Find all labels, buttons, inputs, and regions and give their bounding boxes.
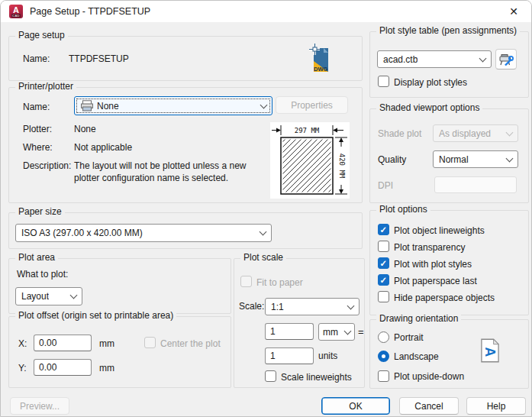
dwg-file-icon: DWG [308, 43, 333, 75]
plot-transparency-checkbox[interactable] [378, 241, 389, 252]
where-label: Where: [23, 142, 53, 153]
autocad-icon-sub: CAD [11, 14, 21, 18]
paper-size-select[interactable]: ISO A3 (297.00 x 420.00 MM) [15, 224, 272, 242]
scale-unit-value: mm [323, 327, 338, 338]
page-setup-group-title: Page setup [15, 30, 68, 40]
printer-name-label: Name: [23, 102, 50, 112]
shade-plot-value: As displayed [439, 128, 491, 139]
plot-upside-down-label: Plot upside-down [394, 371, 464, 382]
shaded-viewport-group: Shaded viewport options Shade plot As di… [369, 108, 529, 203]
printer-name-select[interactable]: None [74, 96, 272, 115]
close-icon[interactable]: ✕ [496, 1, 531, 22]
dpi-input [434, 176, 517, 193]
portrait-radio[interactable] [378, 331, 389, 343]
edit-plot-style-button[interactable] [495, 49, 517, 70]
plot-object-lineweights-checkbox[interactable] [378, 224, 389, 235]
paper-size-value: ISO A3 (297.00 x 420.00 MM) [21, 228, 143, 238]
plot-paperspace-last-checkbox[interactable] [378, 274, 389, 286]
plot-paperspace-last-label: Plot paperspace last [394, 276, 477, 286]
plot-scale-group-title: Plot scale [240, 252, 286, 263]
properties-button: Properties [276, 96, 348, 114]
offset-y-input[interactable] [34, 359, 92, 376]
plotter-label: Plotter: [23, 124, 52, 134]
offset-x-label: X: [18, 338, 27, 349]
description-value: The layout will not be plotted unless a … [74, 160, 269, 184]
paper-preview-graphic: 297 MM 420 MM [270, 122, 350, 199]
scale-paper-units-input[interactable] [265, 323, 314, 340]
preview-button-label: Preview... [20, 401, 60, 412]
printer-name-value: None [97, 101, 119, 112]
quality-select[interactable]: Normal [433, 150, 518, 168]
scale-value: 1:1 [271, 302, 284, 312]
window-title: Page Setup - TTPDFSETUP [30, 6, 150, 17]
plot-with-plot-styles-label: Plot with plot styles [394, 259, 472, 270]
offset-x-input[interactable] [34, 335, 92, 351]
scale-lineweights-checkbox[interactable] [265, 370, 276, 382]
landscape-radio[interactable] [378, 351, 389, 362]
fit-to-paper-checkbox [240, 276, 252, 287]
scale-drawing-units-input[interactable] [265, 348, 314, 364]
plot-area-group: Plot area What to plot: Layout [8, 258, 231, 314]
plot-style-group-title: Plot style table (pen assignments) [376, 25, 520, 36]
ok-button[interactable]: OK [321, 397, 390, 415]
properties-button-label: Properties [291, 100, 333, 111]
scale-select[interactable]: 1:1 [265, 298, 360, 315]
shaded-viewport-group-title: Shaded viewport options [376, 102, 482, 113]
what-to-plot-label: What to plot: [17, 269, 68, 280]
shade-plot-label: Shade plot [378, 128, 421, 139]
paper-size-group: Paper size ISO A3 (297.00 x 420.00 MM) [8, 212, 363, 249]
plot-object-lineweights-label: Plot object lineweights [394, 225, 485, 236]
quality-value: Normal [439, 154, 469, 165]
offset-y-label: Y: [18, 363, 27, 373]
plot-upside-down-checkbox[interactable] [378, 370, 389, 382]
offset-x-unit: mm [99, 338, 114, 349]
center-the-plot-label: Center the plot [160, 338, 221, 349]
quality-label: Quality [378, 154, 406, 165]
scale-unit-select[interactable]: mm [318, 323, 355, 341]
hide-paperspace-objects-checkbox[interactable] [378, 291, 389, 302]
paper-preview: 297 MM 420 MM [270, 122, 350, 199]
printer-plotter-group-title: Printer/plotter [15, 81, 76, 92]
help-button[interactable]: Help [466, 397, 526, 415]
help-button-label: Help [487, 401, 506, 412]
plot-offset-group: Plot offset (origin set to printable are… [8, 316, 231, 388]
plot-style-editor-icon [498, 52, 514, 67]
hide-paperspace-objects-label: Hide paperspace objects [394, 293, 495, 303]
chevron-down-icon [506, 154, 514, 162]
plot-options-group-title: Plot options [376, 204, 430, 215]
plot-with-plot-styles-checkbox[interactable] [378, 257, 389, 269]
plot-style-table-group: Plot style table (pen assignments) acad.… [369, 31, 529, 98]
what-to-plot-value: Layout [21, 291, 49, 302]
cancel-button-label: Cancel [414, 401, 443, 412]
equals-sign: = [358, 326, 364, 338]
display-plot-styles-checkbox[interactable] [378, 76, 389, 87]
plot-area-group-title: Plot area [15, 252, 58, 263]
chevron-down-icon [344, 327, 352, 335]
portrait-label: Portrait [394, 332, 424, 343]
landscape-label: Landscape [394, 351, 439, 362]
scale-lineweights-label: Scale lineweights [281, 372, 352, 383]
printer-plotter-group: Printer/plotter Name: None Properties Pl… [8, 87, 363, 203]
page-setup-name-label: Name: [23, 53, 50, 64]
paper-height-dimension: 420 MM [338, 154, 346, 179]
page-setup-dialog: A CAD Page Setup - TTPDFSETUP ✕ Page set… [0, 0, 532, 417]
units-label: units [318, 351, 337, 361]
plotter-value: None [74, 124, 96, 134]
cancel-button[interactable]: Cancel [399, 397, 459, 415]
plot-transparency-label: Plot transparency [394, 242, 465, 253]
chevron-down-icon [70, 292, 78, 299]
chevron-down-icon [260, 228, 267, 236]
preview-button: Preview... [10, 397, 69, 415]
autocad-app-icon: A CAD [9, 5, 23, 18]
ok-button-label: OK [349, 401, 362, 412]
chevron-down-icon [506, 128, 514, 136]
description-label: Description: [23, 160, 71, 171]
dwg-badge-text: DWG [314, 66, 327, 73]
plot-style-select[interactable]: acad.ctb [377, 50, 492, 68]
orientation-letter-icon: A [481, 338, 499, 363]
plot-options-group: Plot options Plot object lineweights Plo… [369, 210, 529, 315]
svg-text:A: A [482, 348, 498, 357]
drawing-orientation-group: Drawing orientation Portrait Landscape P… [369, 319, 529, 389]
what-to-plot-select[interactable]: Layout [15, 287, 82, 305]
chevron-down-icon [479, 54, 487, 62]
